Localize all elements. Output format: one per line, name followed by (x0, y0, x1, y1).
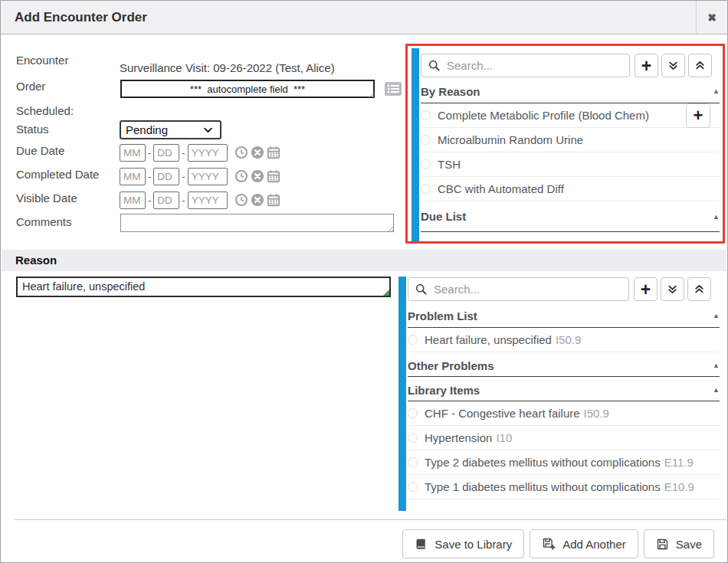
visible-date-year-input[interactable] (188, 191, 228, 209)
section-header-other-problems[interactable]: Other Problems ▲ (408, 355, 720, 377)
visible-date-month-input[interactable] (120, 191, 146, 209)
due-date-label: Due Date (16, 144, 64, 157)
completed-date-year-input[interactable] (188, 168, 228, 185)
list-item-label: Type 1 diabetes mellitus without complic… (425, 480, 661, 493)
visible-date-day-input[interactable] (153, 191, 179, 209)
add-encounter-order-dialog: Add Encounter Order ✖ Encounter Order Sc… (0, 0, 728, 563)
collapse-all-button[interactable] (688, 54, 712, 77)
date-separator: - (182, 195, 185, 206)
visible-date-label: Visible Date (16, 191, 77, 205)
list-item[interactable]: Microalbumin Random Urine (421, 128, 720, 152)
expand-all-button[interactable] (661, 277, 684, 301)
save-to-library-button[interactable]: Save to Library (402, 529, 524, 558)
clock-icon[interactable] (234, 193, 248, 207)
dialog-titlebar: Add Encounter Order ✖ (1, 1, 727, 34)
section-header-library-items[interactable]: Library Items ▲ (408, 379, 720, 401)
add-another-button[interactable]: Add Another (530, 529, 638, 558)
double-chevron-down-icon (666, 283, 679, 296)
date-separator: - (148, 171, 151, 182)
order-list-picker-button[interactable] (383, 81, 403, 97)
visible-date-row: - - (120, 191, 280, 209)
comments-field-wrap (120, 214, 394, 232)
list-item[interactable]: Complete Metabolic Profile (Blood Chem) (421, 103, 720, 128)
clock-icon[interactable] (234, 146, 248, 159)
completed-date-day-input[interactable] (153, 168, 179, 185)
diagnosis-code: E11.9 (664, 456, 694, 469)
panel-accent-bar (398, 277, 406, 511)
button-label: Add Another (562, 538, 626, 551)
comments-label: Comments (16, 215, 72, 228)
radio-icon[interactable] (421, 159, 431, 169)
list-item-label: Type 2 diabetes mellitus without complic… (425, 456, 661, 469)
list-item-label: Complete Metabolic Profile (Blood Chem) (438, 109, 649, 122)
due-date-year-input[interactable] (188, 144, 228, 162)
collapse-caret-icon[interactable]: ▲ (713, 87, 720, 95)
list-item[interactable]: Hypertension I10 (408, 426, 720, 450)
radio-icon[interactable] (408, 482, 418, 492)
list-item[interactable]: Heart failure, unspecified I50.9 (408, 328, 720, 352)
calendar-icon[interactable] (267, 146, 280, 159)
list-item[interactable]: TSH (421, 152, 720, 177)
clock-icon[interactable] (234, 169, 248, 183)
status-select[interactable]: Pending (120, 120, 221, 139)
clear-icon[interactable] (251, 193, 264, 207)
encounter-value: Surveillance Visit: 09-26-2022 (Test, Al… (120, 61, 335, 74)
date-separator: - (148, 147, 151, 159)
radio-icon[interactable] (408, 335, 418, 345)
collapse-caret-icon[interactable]: ▲ (713, 362, 720, 369)
reason-search-input[interactable] (408, 277, 629, 301)
list-item[interactable]: CBC with Automated Diff (421, 177, 720, 201)
list-item[interactable]: Type 2 diabetes mellitus without complic… (408, 450, 720, 475)
list-item-label: TSH (438, 158, 461, 171)
list-item[interactable]: Type 1 diabetes mellitus without complic… (408, 475, 720, 499)
footer-divider (15, 519, 726, 520)
calendar-icon[interactable] (267, 169, 280, 183)
radio-icon[interactable] (408, 457, 418, 467)
save-button[interactable]: Save (644, 529, 714, 558)
completed-date-month-input[interactable] (120, 168, 146, 185)
date-separator: - (182, 171, 185, 182)
due-date-day-input[interactable] (153, 144, 179, 162)
clear-icon[interactable] (251, 146, 264, 159)
collapse-all-button[interactable] (687, 277, 711, 301)
double-chevron-up-icon (693, 283, 706, 296)
radio-icon[interactable] (421, 135, 431, 145)
add-reason-button[interactable]: + (634, 277, 657, 301)
radio-icon[interactable] (408, 408, 418, 418)
collapse-caret-icon[interactable]: ▲ (713, 386, 720, 394)
button-label: Save to Library (435, 538, 512, 551)
radio-icon[interactable] (408, 433, 418, 443)
date-separator: - (148, 195, 151, 206)
reason-input[interactable]: Heart failure, unspecified (16, 277, 391, 297)
list-item-label: CHF - Congestive heart failure (425, 407, 580, 420)
collapse-caret-icon[interactable]: ▲ (713, 213, 720, 221)
status-label: Status (16, 123, 49, 136)
order-autocomplete-input[interactable] (120, 80, 375, 98)
diagnosis-code: I10 (496, 431, 512, 444)
save-plus-icon (542, 537, 556, 551)
order-label: Order (16, 80, 45, 93)
radio-icon[interactable] (421, 110, 431, 120)
section-title: By Reason (421, 85, 480, 98)
diagnosis-code: I50.9 (556, 333, 581, 346)
reason-field-wrap: Heart failure, unspecified (16, 277, 391, 297)
list-item-label: Microalbumin Random Urine (438, 133, 583, 146)
section-header-by-reason[interactable]: By Reason ▲ (421, 80, 720, 103)
close-button[interactable]: ✖ (696, 1, 727, 34)
clear-icon[interactable] (251, 169, 264, 183)
add-order-button[interactable]: + (635, 54, 658, 77)
expand-all-button[interactable] (661, 54, 685, 77)
order-field-wrap (120, 80, 375, 98)
add-item-button[interactable]: + (686, 103, 710, 128)
due-date-month-input[interactable] (120, 144, 146, 162)
book-icon (415, 538, 428, 551)
order-search-input[interactable] (421, 54, 630, 77)
list-icon (383, 81, 403, 97)
calendar-icon[interactable] (267, 193, 280, 207)
list-item[interactable]: CHF - Congestive heart failure I50.9 (408, 401, 720, 426)
collapse-caret-icon[interactable]: ▲ (713, 312, 720, 319)
section-header-problem-list[interactable]: Problem List ▲ (408, 304, 720, 328)
comments-input[interactable] (120, 214, 394, 232)
radio-icon[interactable] (421, 184, 431, 194)
section-header-due-list[interactable]: Due List ▲ (421, 201, 720, 232)
